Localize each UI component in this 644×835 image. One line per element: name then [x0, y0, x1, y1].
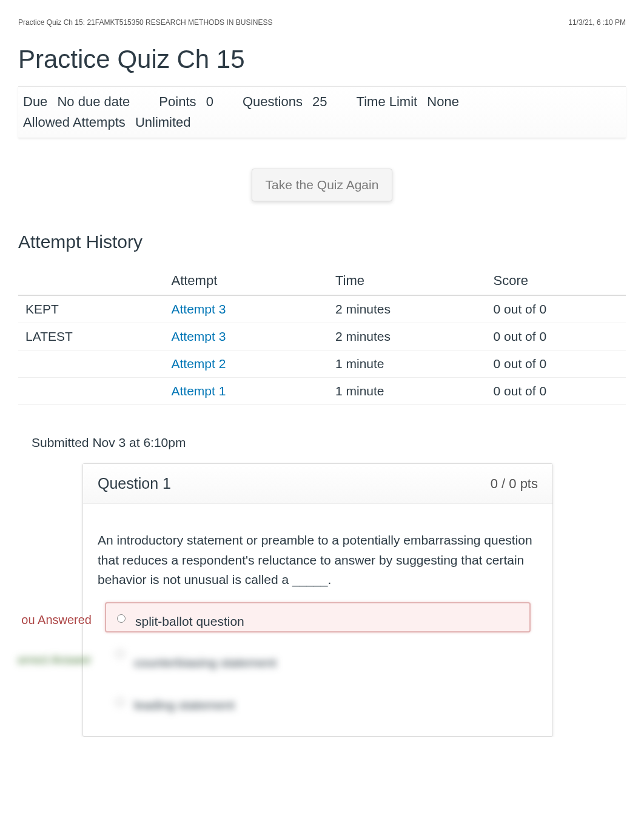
- quiz-title: Practice Quiz Ch 15: [18, 45, 626, 74]
- attempt-history-table: Attempt Time Score KEPT Attempt 3 2 minu…: [18, 267, 626, 405]
- meta-due: Due No due date: [23, 94, 130, 110]
- history-col-blank: [18, 267, 164, 295]
- correct-answer-label: orrect Answer: [7, 651, 92, 669]
- history-col-attempt: Attempt: [164, 267, 328, 295]
- answer-option: leading statement: [105, 693, 531, 718]
- row-score: 0 out of 0: [486, 295, 626, 323]
- attempt-link[interactable]: Attempt 3: [171, 302, 226, 316]
- row-time: 1 minute: [328, 378, 486, 405]
- attempt-link[interactable]: Attempt 1: [171, 384, 226, 398]
- row-score: 0 out of 0: [486, 350, 626, 378]
- row-time: 2 minutes: [328, 295, 486, 323]
- meta-time-limit: Time Limit None: [357, 94, 459, 110]
- attempt-link[interactable]: Attempt 2: [171, 357, 226, 371]
- answer-option-correct: counterbiasing statement: [105, 645, 531, 682]
- radio-icon: [116, 698, 124, 706]
- table-row: Attempt 2 1 minute 0 out of 0: [18, 350, 626, 378]
- meta-allowed-attempts: Allowed Attempts Unlimited: [23, 115, 191, 130]
- row-tag: KEPT: [18, 295, 164, 323]
- question-card: Question 1 0 / 0 pts An introductory sta…: [82, 463, 553, 737]
- question-points: 0 / 0 pts: [491, 476, 538, 492]
- question-label: Question 1: [98, 475, 171, 492]
- radio-icon: [116, 649, 124, 658]
- history-col-time: Time: [328, 267, 486, 295]
- row-score: 0 out of 0: [486, 378, 626, 405]
- attempt-link[interactable]: Attempt 3: [171, 329, 226, 343]
- row-tag: [18, 350, 164, 378]
- take-quiz-again-button[interactable]: Take the Quiz Again: [252, 169, 393, 201]
- history-col-score: Score: [486, 267, 626, 295]
- row-time: 1 minute: [328, 350, 486, 378]
- quiz-meta-box: Due No due date Points 0 Questions 25 Ti…: [18, 86, 626, 138]
- table-row: KEPT Attempt 3 2 minutes 0 out of 0: [18, 295, 626, 323]
- meta-points: Points 0: [159, 94, 213, 110]
- row-time: 2 minutes: [328, 323, 486, 350]
- row-tag: LATEST: [18, 323, 164, 350]
- attempt-history-title: Attempt History: [18, 232, 626, 252]
- question-text: An introductory statement or preamble to…: [98, 531, 538, 590]
- meta-questions: Questions 25: [243, 94, 327, 110]
- submitted-timestamp: Submitted Nov 3 at 6:10pm: [32, 435, 626, 450]
- table-row: Attempt 1 1 minute 0 out of 0: [18, 378, 626, 405]
- radio-icon: [117, 614, 126, 623]
- answer-text: counterbiasing statement: [134, 656, 277, 669]
- page-timestamp: 11/3/21, 6 :10 PM: [568, 18, 626, 27]
- answer-text: leading statement: [134, 698, 235, 712]
- page-breadcrumb: Practice Quiz Ch 15: 21FAMKT515350 RESEA…: [18, 18, 272, 27]
- answer-option-selected-wrong: split-ballot question: [105, 602, 531, 632]
- you-answered-label: ou Answered: [7, 611, 92, 629]
- answer-text: split-ballot question: [135, 614, 244, 628]
- table-row: LATEST Attempt 3 2 minutes 0 out of 0: [18, 323, 626, 350]
- row-tag: [18, 378, 164, 405]
- row-score: 0 out of 0: [486, 323, 626, 350]
